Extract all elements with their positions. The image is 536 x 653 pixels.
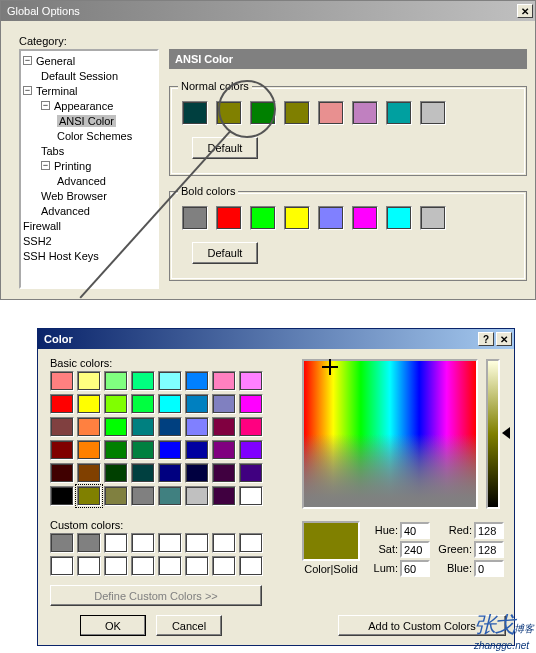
- tree-ansi-color[interactable]: ANSI Color: [57, 115, 116, 127]
- color-swatch[interactable]: [250, 101, 276, 125]
- color-swatch[interactable]: [250, 206, 276, 230]
- color-swatch[interactable]: [185, 463, 209, 483]
- color-swatch[interactable]: [212, 556, 236, 576]
- tree-collapse-icon[interactable]: −: [23, 56, 32, 65]
- tree-ssh2[interactable]: SSH2: [23, 235, 52, 247]
- color-swatch[interactable]: [318, 206, 344, 230]
- color-swatch[interactable]: [50, 486, 74, 506]
- color-swatch[interactable]: [185, 371, 209, 391]
- color-swatch[interactable]: [185, 440, 209, 460]
- color-swatch[interactable]: [131, 440, 155, 460]
- color-swatch[interactable]: [158, 440, 182, 460]
- color-swatch[interactable]: [212, 371, 236, 391]
- color-swatch[interactable]: [212, 440, 236, 460]
- color-swatch[interactable]: [50, 533, 74, 553]
- color-swatch[interactable]: [77, 394, 101, 414]
- color-swatch[interactable]: [50, 463, 74, 483]
- color-swatch[interactable]: [239, 486, 263, 506]
- color-swatch[interactable]: [77, 371, 101, 391]
- color-swatch[interactable]: [158, 486, 182, 506]
- tree-color-schemes[interactable]: Color Schemes: [57, 130, 132, 142]
- color-swatch[interactable]: [50, 556, 74, 576]
- color-swatch[interactable]: [216, 206, 242, 230]
- tree-printing[interactable]: Printing: [54, 160, 91, 172]
- tree-tabs[interactable]: Tabs: [41, 145, 64, 157]
- color-swatch[interactable]: [77, 533, 101, 553]
- hue-input[interactable]: [400, 522, 430, 539]
- help-icon[interactable]: ?: [478, 332, 494, 346]
- color-swatch[interactable]: [185, 394, 209, 414]
- color-swatch[interactable]: [239, 556, 263, 576]
- color-swatch[interactable]: [104, 371, 128, 391]
- color-swatch[interactable]: [420, 206, 446, 230]
- color-swatch[interactable]: [77, 556, 101, 576]
- color-swatch[interactable]: [104, 440, 128, 460]
- tree-collapse-icon[interactable]: −: [23, 86, 32, 95]
- ok-button[interactable]: OK: [80, 615, 146, 636]
- sat-input[interactable]: [400, 541, 430, 558]
- color-swatch[interactable]: [50, 440, 74, 460]
- color-swatch[interactable]: [104, 463, 128, 483]
- color-swatch[interactable]: [212, 463, 236, 483]
- color-swatch[interactable]: [104, 533, 128, 553]
- color-swatch[interactable]: [284, 206, 310, 230]
- color-swatch[interactable]: [77, 463, 101, 483]
- color-swatch[interactable]: [158, 533, 182, 553]
- cancel-button[interactable]: Cancel: [156, 615, 222, 636]
- color-swatch[interactable]: [131, 463, 155, 483]
- color-swatch[interactable]: [185, 556, 209, 576]
- tree-appearance[interactable]: Appearance: [54, 100, 113, 112]
- color-swatch[interactable]: [386, 101, 412, 125]
- color-swatch[interactable]: [352, 206, 378, 230]
- luminance-slider-icon[interactable]: [502, 427, 510, 439]
- close-icon[interactable]: ✕: [496, 332, 512, 346]
- color-swatch[interactable]: [182, 206, 208, 230]
- tree-collapse-icon[interactable]: −: [41, 101, 50, 110]
- color-swatch[interactable]: [239, 417, 263, 437]
- red-input[interactable]: [474, 522, 504, 539]
- tree-printing-advanced[interactable]: Advanced: [57, 175, 106, 187]
- tree-collapse-icon[interactable]: −: [41, 161, 50, 170]
- color-swatch[interactable]: [182, 101, 208, 125]
- color-swatch[interactable]: [131, 417, 155, 437]
- blue-input[interactable]: [474, 560, 504, 577]
- color-swatch[interactable]: [158, 371, 182, 391]
- color-swatch[interactable]: [386, 206, 412, 230]
- color-swatch[interactable]: [77, 417, 101, 437]
- color-swatch[interactable]: [158, 417, 182, 437]
- green-input[interactable]: [474, 541, 504, 558]
- color-swatch[interactable]: [50, 394, 74, 414]
- color-swatch[interactable]: [104, 417, 128, 437]
- color-spectrum[interactable]: [302, 359, 478, 509]
- tree-web-browser[interactable]: Web Browser: [41, 190, 107, 202]
- color-swatch[interactable]: [239, 394, 263, 414]
- bold-default-button[interactable]: Default: [192, 242, 258, 264]
- tree-terminal[interactable]: Terminal: [36, 85, 78, 97]
- color-swatch[interactable]: [104, 486, 128, 506]
- color-swatch[interactable]: [239, 371, 263, 391]
- color-swatch[interactable]: [185, 533, 209, 553]
- color-swatch[interactable]: [216, 101, 242, 125]
- tree-general[interactable]: General: [36, 55, 75, 67]
- color-swatch[interactable]: [158, 394, 182, 414]
- color-swatch[interactable]: [104, 394, 128, 414]
- color-swatch[interactable]: [212, 394, 236, 414]
- color-swatch[interactable]: [158, 463, 182, 483]
- color-swatch[interactable]: [131, 556, 155, 576]
- color-swatch[interactable]: [131, 486, 155, 506]
- color-swatch[interactable]: [318, 101, 344, 125]
- color-swatch[interactable]: [131, 533, 155, 553]
- color-swatch[interactable]: [284, 101, 310, 125]
- color-swatch[interactable]: [104, 556, 128, 576]
- lum-input[interactable]: [400, 560, 430, 577]
- tree-firewall[interactable]: Firewall: [23, 220, 61, 232]
- color-swatch[interactable]: [420, 101, 446, 125]
- define-custom-colors-button[interactable]: Define Custom Colors >>: [50, 585, 262, 606]
- color-swatch[interactable]: [212, 486, 236, 506]
- color-swatch[interactable]: [185, 486, 209, 506]
- color-swatch[interactable]: [239, 440, 263, 460]
- color-swatch[interactable]: [239, 463, 263, 483]
- color-swatch[interactable]: [185, 417, 209, 437]
- luminance-bar[interactable]: [486, 359, 500, 509]
- color-swatch[interactable]: [50, 371, 74, 391]
